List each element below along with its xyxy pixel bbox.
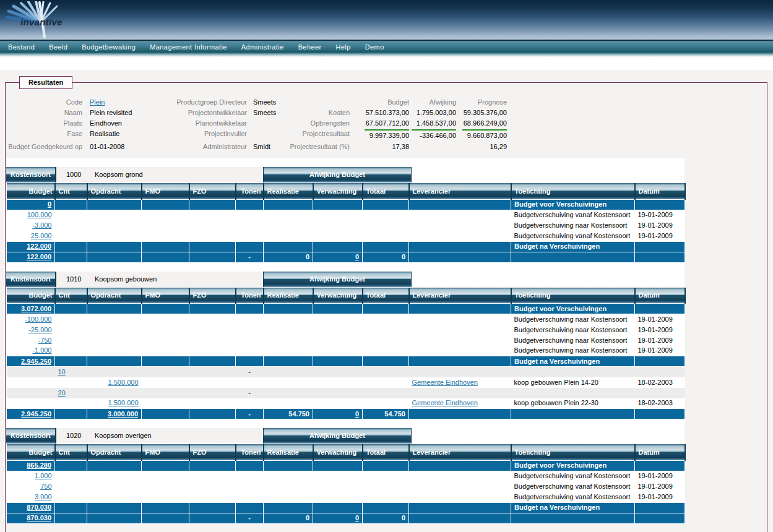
menu-item-budgetbewaking[interactable]: Budgetbewaking bbox=[82, 43, 144, 51]
budget-link[interactable]: 2.945.250 bbox=[21, 358, 51, 365]
verwachting-link[interactable]: 0 bbox=[355, 514, 359, 521]
kostensoort-header-button[interactable]: Kostensoort bbox=[6, 167, 56, 182]
cell-leverancier: Gemeente Eindhoven bbox=[409, 377, 511, 388]
budget-link[interactable]: -750 bbox=[38, 337, 51, 344]
opdracht-link[interactable]: 1.500.000 bbox=[108, 399, 139, 406]
column-header-opdracht[interactable]: Opdracht bbox=[87, 444, 142, 460]
budget-link[interactable]: 750 bbox=[40, 483, 51, 490]
cell-fmo bbox=[142, 252, 189, 262]
kostensoort-header-button[interactable]: Kostensoort bbox=[6, 428, 56, 444]
budget-link[interactable]: 25.000 bbox=[31, 232, 52, 239]
budget-link[interactable]: 870.030 bbox=[27, 504, 51, 511]
verwachting-link[interactable]: 0 bbox=[355, 253, 359, 260]
cell-cnt bbox=[55, 199, 87, 210]
opdracht-link[interactable]: 1.500.000 bbox=[108, 379, 139, 386]
column-header-budget[interactable]: Budget bbox=[7, 288, 55, 304]
cell-realisatie bbox=[264, 241, 313, 252]
column-header-fmo[interactable]: FMO bbox=[142, 288, 189, 304]
menu-item-beheer[interactable]: Beheer bbox=[298, 43, 330, 51]
menu-item-demo[interactable]: Demo bbox=[365, 43, 393, 51]
column-header-opdracht[interactable]: Opdracht bbox=[87, 183, 142, 199]
cell-leverancier bbox=[409, 220, 511, 231]
column-header-tonen[interactable]: Tonen bbox=[236, 444, 264, 460]
budget-link[interactable]: 1.000 bbox=[35, 472, 52, 479]
menu-item-help[interactable]: Help bbox=[336, 43, 360, 51]
cell-cnt bbox=[55, 513, 87, 523]
budget-link[interactable]: 122.000 bbox=[27, 242, 51, 250]
opdracht-link[interactable]: 3.000.000 bbox=[108, 410, 138, 418]
column-header-fmo[interactable]: FMO bbox=[142, 444, 189, 460]
cell-opdracht bbox=[87, 199, 142, 210]
column-header-fzo[interactable]: FZO bbox=[189, 183, 236, 199]
info-row: NaamPlein revisitedProjectontwikkelaarSm… bbox=[7, 108, 767, 119]
cell-tonen: - bbox=[236, 513, 264, 523]
budget-link[interactable]: 3.000 bbox=[35, 493, 52, 500]
budget-link[interactable]: -1.000 bbox=[32, 346, 51, 354]
field-label: Code bbox=[7, 98, 82, 107]
budget-link[interactable]: 865.280 bbox=[27, 461, 51, 469]
budget-link[interactable]: 100.000 bbox=[27, 211, 52, 218]
column-header-fzo[interactable]: FZO bbox=[189, 288, 236, 304]
column-header-toelichting[interactable]: Toelichting bbox=[511, 288, 635, 304]
cell-realisatie bbox=[264, 335, 313, 346]
cell-cnt bbox=[55, 335, 87, 346]
column-header-datum[interactable]: Datum bbox=[635, 444, 685, 460]
menu-item-beeld[interactable]: Beeld bbox=[49, 43, 76, 51]
column-header-budget[interactable]: Budget bbox=[7, 444, 55, 460]
column-header-cnt[interactable]: Cnt bbox=[55, 288, 87, 304]
budget-link[interactable]: 3.072.000 bbox=[21, 305, 51, 312]
cell-toelichting: Budgetverschuiving vanaf Kostensoort bbox=[511, 210, 635, 220]
column-header-cnt[interactable]: Cnt bbox=[55, 444, 87, 460]
menu-item-bestand[interactable]: Bestand bbox=[8, 43, 43, 51]
column-header-totaal[interactable]: Totaal bbox=[363, 183, 409, 199]
budget-link[interactable]: 0 bbox=[48, 200, 51, 208]
column-header-opdracht[interactable]: Opdracht bbox=[87, 288, 142, 304]
column-header-leverancier[interactable]: Leverancier bbox=[409, 444, 511, 460]
leverancier-link[interactable]: Gemeente Eindhoven bbox=[412, 379, 478, 386]
column-header-realisatie[interactable]: Realisatie bbox=[264, 288, 313, 304]
column-header-tonen[interactable]: Tonen bbox=[236, 183, 264, 199]
cell-budget: 25.000 bbox=[7, 231, 55, 241]
column-header-verwachting[interactable]: Verwachting bbox=[313, 288, 363, 304]
column-header-leverancier[interactable]: Leverancier bbox=[409, 288, 511, 304]
budget-link[interactable]: -25.000 bbox=[28, 326, 51, 333]
column-header-realisatie[interactable]: Realisatie bbox=[264, 444, 313, 460]
budget-link[interactable]: -100.000 bbox=[25, 315, 51, 323]
column-header-toelichting[interactable]: Toelichting bbox=[511, 183, 635, 199]
cell-toelichting bbox=[511, 513, 635, 523]
cnt-link[interactable]: 10 bbox=[58, 368, 66, 375]
cnt-link[interactable]: 20 bbox=[58, 389, 66, 397]
column-header-leverancier[interactable]: Leverancier bbox=[409, 183, 511, 199]
budget-link[interactable]: 2.945.250 bbox=[21, 410, 51, 418]
cell-realisatie bbox=[264, 314, 313, 325]
column-header-realisatie[interactable]: Realisatie bbox=[264, 183, 313, 199]
menu-item-management-informatie[interactable]: Management Informatie bbox=[150, 43, 236, 51]
budget-link[interactable]: 870.030 bbox=[27, 514, 51, 521]
column-header-fmo[interactable]: FMO bbox=[142, 183, 189, 199]
column-header-toelichting[interactable]: Toelichting bbox=[511, 444, 635, 460]
cell-opdracht bbox=[87, 314, 142, 325]
leverancier-link[interactable]: Gemeente Eindhoven bbox=[412, 399, 478, 406]
cell-toelichting: Budgetverschuiving vanaf Kostensoort bbox=[511, 471, 635, 481]
band-filler bbox=[412, 272, 684, 287]
column-header-budget[interactable]: Budget bbox=[7, 183, 55, 199]
code-link[interactable]: Plein bbox=[90, 98, 105, 106]
column-header-cnt[interactable]: Cnt bbox=[55, 183, 87, 199]
cell-tonen bbox=[236, 481, 264, 492]
column-header-totaal[interactable]: Totaal bbox=[363, 288, 409, 304]
column-header-verwachting[interactable]: Verwachting bbox=[313, 444, 363, 460]
budget-link[interactable]: 122.000 bbox=[27, 253, 51, 260]
menu-item-administratie[interactable]: Administratie bbox=[241, 43, 293, 51]
kostensoort-header-button[interactable]: Kostensoort bbox=[6, 272, 56, 287]
column-header-datum[interactable]: Datum bbox=[635, 288, 685, 304]
cell-datum bbox=[635, 252, 685, 262]
verwachting-link[interactable]: 0 bbox=[355, 410, 359, 418]
column-header-totaal[interactable]: Totaal bbox=[363, 444, 409, 460]
column-header-tonen[interactable]: Tonen bbox=[236, 288, 264, 304]
cell-tonen: - bbox=[236, 367, 264, 377]
column-header-datum[interactable]: Datum bbox=[635, 183, 685, 199]
column-header-verwachting[interactable]: Verwachting bbox=[313, 183, 363, 199]
column-header-fzo[interactable]: FZO bbox=[189, 444, 236, 460]
budget-link[interactable]: -3.000 bbox=[32, 221, 51, 229]
cell-toelichting: Budget voor Verschuivingen bbox=[511, 199, 635, 210]
